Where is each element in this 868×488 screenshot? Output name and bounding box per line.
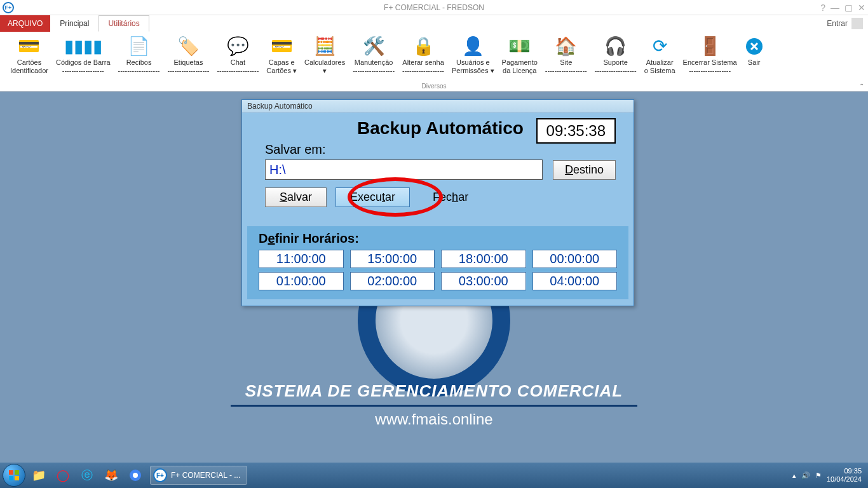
ribbon-capas-cartoes[interactable]: 💳Capas e Cartões ▾ (262, 34, 301, 76)
maximize-icon[interactable]: ▢ (844, 3, 853, 13)
refresh-icon: ⟳ (653, 36, 667, 57)
branding-url: www.fmais.online (231, 410, 637, 428)
calculator-icon: 🧮 (314, 36, 336, 57)
headset-icon: 🎧 (604, 36, 627, 57)
tab-principal[interactable]: Principal (50, 15, 98, 32)
schedule-time-7[interactable]: 04:00:00 (532, 272, 618, 290)
ribbon-site[interactable]: 🏠Site ------------------ (541, 34, 591, 76)
tab-utilitarios[interactable]: Utilitários (98, 15, 149, 32)
branding-headline: SISTEMA DE GERENCIAMENTO COMERCIAL (231, 381, 637, 401)
exit-door-icon: 🚪 (699, 36, 721, 57)
taskbar-ie-icon[interactable]: ⓔ (76, 466, 98, 485)
tray-flag-icon[interactable]: ⚑ (815, 471, 822, 480)
svg-rect-3 (9, 476, 13, 480)
schedule-time-5[interactable]: 02:00:00 (350, 272, 435, 290)
window-titlebar: F+ F+ COMERCIAL - FREDSON ? — ▢ ✕ (0, 0, 868, 15)
ribbon-chat[interactable]: 💬Chat ------------------ (213, 34, 262, 76)
ribbon-codigos-barra[interactable]: ▮▮▮▮Códigos de Barra ------------------ (52, 34, 114, 76)
lock-icon: 🔒 (412, 36, 435, 57)
home-icon: 🏠 (555, 36, 577, 57)
ribbon-calculadores[interactable]: 🧮Calculadores ▾ (301, 34, 349, 76)
svg-rect-2 (15, 470, 19, 475)
schedule-time-4[interactable]: 01:00:00 (259, 272, 344, 290)
system-tray[interactable]: ▴ 🔊 ⚑ 09:35 10/04/2024 (792, 467, 865, 484)
ribbon-sair[interactable]: Sair (741, 34, 768, 68)
tray-clock[interactable]: 09:35 10/04/2024 (827, 467, 862, 484)
wrench-icon: 🛠️ (363, 36, 385, 57)
tags-icon: 🏷️ (177, 36, 200, 57)
close-icon[interactable]: ✕ (858, 3, 865, 13)
ribbon-collapse-icon[interactable]: ⌃ (859, 83, 864, 90)
ribbon-cartoes-identificador[interactable]: 💳Cartões Identificador (6, 34, 52, 76)
background-branding: SISTEMA DE GERENCIAMENTO COMERCIAL www.f… (231, 381, 637, 428)
schedule-time-0[interactable]: 11:00:00 (259, 250, 344, 268)
login-area[interactable]: Entrar (827, 15, 863, 32)
receipt-icon: 📄 (128, 36, 150, 57)
schedule-time-2[interactable]: 18:00:00 (441, 250, 526, 268)
schedule-label: Definir Horários: (259, 231, 617, 246)
destination-path-input[interactable] (265, 159, 543, 180)
taskbar-chrome-icon[interactable] (125, 466, 146, 485)
destino-button[interactable]: Destino (553, 160, 616, 180)
minimize-icon[interactable]: — (831, 3, 839, 13)
branding-divider (231, 405, 637, 407)
salvar-button[interactable]: Salvar (265, 187, 327, 207)
ribbon-atualizar-sistema[interactable]: ⟳Atualizar o Sistema (641, 34, 679, 76)
ribbon-tabstrip: ARQUIVO Principal Utilitários Entrar (0, 15, 868, 32)
schedule-time-6[interactable]: 03:00:00 (441, 272, 526, 290)
ribbon: 💳Cartões Identificador ▮▮▮▮Códigos de Ba… (0, 32, 868, 92)
ribbon-recibos[interactable]: 📄Recibos ------------------ (114, 34, 164, 76)
ribbon-manutencao[interactable]: 🛠️Manutenção ------------------ (349, 34, 398, 76)
ribbon-group-label: Diversos (422, 83, 447, 90)
svg-rect-4 (15, 476, 19, 480)
taskbar: 📁 ◯ ⓔ 🦊 F+ F+ COMERCIAL - ... ▴ 🔊 ⚑ 09:3… (0, 463, 868, 488)
cards-icon: 💳 (271, 36, 293, 57)
ribbon-etiquetas[interactable]: 🏷️Etiquetas ------------------ (163, 34, 213, 76)
app-icon: F+ (3, 2, 14, 13)
chat-icon: 💬 (227, 36, 249, 57)
taskbar-app-label: F+ COMERCIAL - ... (171, 471, 240, 480)
backup-dialog: Backup Automático Backup Automático 09:3… (241, 99, 634, 306)
id-card-icon: 💳 (18, 36, 40, 57)
ribbon-encerrar-sistema[interactable]: 🚪Encerrar Sistema ------------------ (679, 34, 741, 76)
svg-rect-1 (9, 470, 13, 475)
ribbon-alterar-senha[interactable]: 🔒Alterar senha ------------------ (398, 34, 448, 76)
help-icon[interactable]: ? (820, 3, 825, 13)
ribbon-usuarios-permissoes[interactable]: 👤Usuários e Permissões ▾ (448, 34, 498, 76)
executar-button[interactable]: Executar (336, 187, 410, 207)
ribbon-suporte[interactable]: 🎧Suporte ------------------ (591, 34, 641, 76)
tray-chevron-icon[interactable]: ▴ (792, 471, 796, 480)
user-lock-icon: 👤 (462, 36, 484, 57)
schedule-grid: 11:00:00 15:00:00 18:00:00 00:00:00 01:0… (259, 250, 617, 290)
ribbon-pagamento-licenca[interactable]: 💵Pagamento da Licença (498, 34, 541, 76)
taskbar-opera-icon[interactable]: ◯ (52, 466, 74, 485)
schedule-time-3[interactable]: 00:00:00 (532, 250, 618, 268)
clock-display: 09:35:38 (536, 118, 616, 144)
taskbar-firefox-icon[interactable]: 🦊 (100, 466, 122, 485)
fechar-button[interactable]: Fechar (419, 188, 482, 207)
money-icon: 💵 (508, 36, 531, 57)
barcode-icon: ▮▮▮▮ (64, 36, 102, 57)
login-label: Entrar (827, 19, 848, 28)
taskbar-explorer-icon[interactable]: 📁 (28, 466, 50, 485)
avatar-icon (851, 18, 863, 29)
dialog-heading: Backup Automático (357, 118, 524, 139)
window-title: F+ COMERCIAL - FREDSON (384, 3, 484, 12)
close-circle-icon (745, 36, 764, 57)
taskbar-app-icon: F+ (153, 468, 167, 482)
tray-volume-icon[interactable]: 🔊 (801, 471, 810, 480)
schedule-time-1[interactable]: 15:00:00 (350, 250, 435, 268)
schedule-panel: Definir Horários: 11:00:00 15:00:00 18:0… (247, 226, 628, 299)
svg-point-6 (133, 473, 138, 478)
taskbar-app-task[interactable]: F+ F+ COMERCIAL - ... (150, 466, 247, 485)
tab-file[interactable]: ARQUIVO (0, 15, 50, 32)
client-area: SISTEMA DE GERENCIAMENTO COMERCIAL www.f… (0, 92, 868, 463)
save-in-label: Salvar em: (265, 142, 616, 157)
dialog-titlebar[interactable]: Backup Automático (242, 100, 634, 113)
start-button[interactable] (3, 464, 25, 487)
